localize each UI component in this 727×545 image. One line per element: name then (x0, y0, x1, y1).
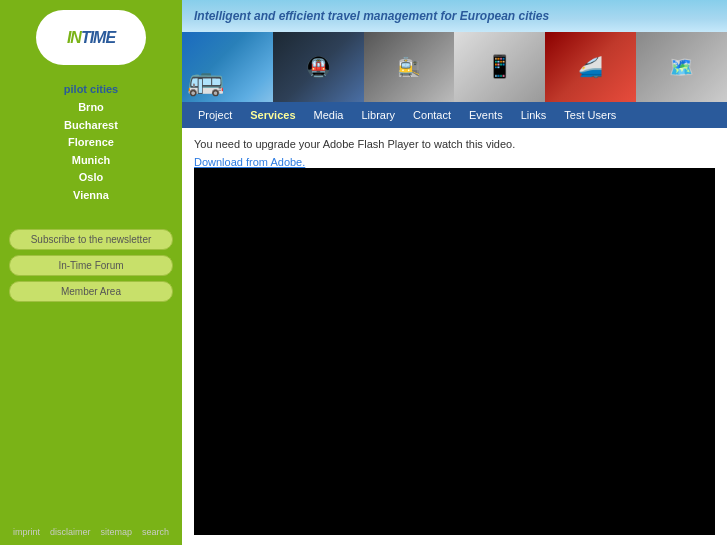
pilot-cities-label: pilot cities (64, 83, 118, 95)
flash-notice: You need to upgrade your Adobe Flash Pla… (194, 138, 715, 150)
header-banner: Intelligent and efficient travel managem… (182, 0, 727, 32)
photo-bus (182, 32, 273, 102)
header-tagline: Intelligent and efficient travel managem… (194, 9, 549, 23)
nav-contact[interactable]: Contact (405, 106, 459, 124)
city-link-oslo[interactable]: Oslo (64, 169, 118, 187)
content-area: You need to upgrade your Adobe Flash Pla… (182, 128, 727, 545)
nav-test-users[interactable]: Test Users (556, 106, 624, 124)
nav-links[interactable]: Links (513, 106, 555, 124)
flash-link[interactable]: Download from Adobe. (194, 156, 715, 168)
nav-services[interactable]: Services (242, 106, 303, 124)
sidebar: INTIME pilot cities BrnoBucharestFlorenc… (0, 0, 182, 545)
photo-train: 🚄 (545, 32, 636, 102)
cities-list: BrnoBucharestFlorenceMunichOsloVienna (64, 99, 118, 205)
video-placeholder (194, 168, 715, 535)
footer-link-sitemap[interactable]: sitemap (101, 527, 133, 537)
photo-phone: 📱 (454, 32, 545, 102)
logo-area: INTIME (36, 10, 146, 65)
sidebar-buttons: Subscribe to the newsletterIn-Time Forum… (9, 229, 173, 302)
nav-media[interactable]: Media (306, 106, 352, 124)
nav-library[interactable]: Library (353, 106, 403, 124)
photo-gps: 🗺️ (636, 32, 727, 102)
city-link-bucharest[interactable]: Bucharest (64, 117, 118, 135)
navbar: ProjectServicesMediaLibraryContactEvents… (182, 102, 727, 128)
sidebar-footer: imprintdisclaimersitemapsearch (13, 527, 169, 545)
footer-link-imprint[interactable]: imprint (13, 527, 40, 537)
photo-metro: 🚇 (273, 32, 364, 102)
nav-project[interactable]: Project (190, 106, 240, 124)
city-link-brno[interactable]: Brno (64, 99, 118, 117)
photo-strip: 🚇 🚉 📱 🚄 🗺️ (182, 32, 727, 102)
subscribe-btn[interactable]: Subscribe to the newsletter (9, 229, 173, 250)
city-link-vienna[interactable]: Vienna (64, 187, 118, 205)
footer-link-disclaimer[interactable]: disclaimer (50, 527, 91, 537)
main-content: Intelligent and efficient travel managem… (182, 0, 727, 545)
logo: INTIME (67, 27, 115, 48)
city-link-florence[interactable]: Florence (64, 134, 118, 152)
nav-events[interactable]: Events (461, 106, 511, 124)
footer-link-search[interactable]: search (142, 527, 169, 537)
photo-station: 🚉 (364, 32, 455, 102)
member-btn[interactable]: Member Area (9, 281, 173, 302)
forum-btn[interactable]: In-Time Forum (9, 255, 173, 276)
city-link-munich[interactable]: Munich (64, 152, 118, 170)
